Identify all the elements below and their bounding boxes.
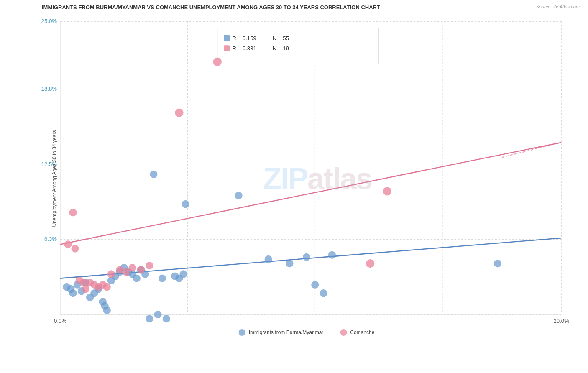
chart-container: IMMIGRANTS FROM BURMA/MYANMAR VS COMANCH… <box>0 0 588 373</box>
svg-text:25.0%: 25.0% <box>41 18 57 24</box>
svg-text:N = 55: N = 55 <box>273 35 289 41</box>
svg-text:R = 0.159: R = 0.159 <box>232 35 256 41</box>
svg-point-67 <box>71 245 79 252</box>
svg-point-49 <box>154 311 161 318</box>
svg-point-64 <box>494 260 501 267</box>
scatter-plot: 25.0% 18.8% 12.5% 6.3% 0.0% 20.0% R = 0.… <box>33 13 580 344</box>
svg-point-29 <box>69 289 77 297</box>
y-axis-label: Unemployment Among Ages 30 to 34 years <box>51 130 57 227</box>
svg-point-81 <box>146 262 153 269</box>
svg-point-60 <box>303 253 310 261</box>
svg-point-45 <box>133 274 141 282</box>
svg-point-80 <box>137 266 145 273</box>
legend-item-pink: Comanche <box>340 329 374 336</box>
svg-point-85 <box>366 259 374 268</box>
svg-point-51 <box>163 315 170 322</box>
svg-text:20.0%: 20.0% <box>554 318 570 324</box>
svg-rect-21 <box>224 45 230 51</box>
svg-text:18.8%: 18.8% <box>41 86 57 92</box>
legend-dot-blue <box>239 329 245 336</box>
legend-dot-pink <box>340 329 347 336</box>
svg-line-25 <box>60 143 561 245</box>
chart-area: Unemployment Among Ages 30 to 34 years Z… <box>33 13 580 344</box>
svg-text:R = 0.331: R = 0.331 <box>232 45 256 51</box>
svg-point-65 <box>64 240 72 248</box>
svg-point-79 <box>129 264 136 271</box>
svg-point-63 <box>320 289 327 297</box>
svg-point-54 <box>179 270 187 278</box>
svg-text:N = 19: N = 19 <box>273 45 289 51</box>
chart-title: IMMIGRANTS FROM BURMA/MYANMAR VS COMANCH… <box>42 4 580 10</box>
svg-text:0.0%: 0.0% <box>54 318 66 324</box>
legend-label-blue: Immigrants from Burma/Myanmar <box>249 330 324 335</box>
svg-point-76 <box>107 270 115 278</box>
svg-point-57 <box>235 192 242 199</box>
svg-point-78 <box>122 268 130 276</box>
svg-line-26 <box>502 143 561 158</box>
legend-label-pink: Comanche <box>350 330 374 335</box>
svg-point-58 <box>264 255 272 263</box>
svg-point-50 <box>159 274 166 282</box>
svg-point-62 <box>311 281 319 289</box>
svg-point-59 <box>286 260 293 267</box>
chart-legend: Immigrants from Burma/Myanmar Comanche <box>239 329 375 336</box>
legend-item-blue: Immigrants from Burma/Myanmar <box>239 329 324 336</box>
svg-point-66 <box>69 209 77 216</box>
svg-point-70 <box>82 285 89 293</box>
source-text: Source: ZipAtlas.com <box>536 4 580 9</box>
svg-point-48 <box>146 315 153 322</box>
svg-point-82 <box>213 58 222 66</box>
svg-point-83 <box>175 108 183 117</box>
svg-point-56 <box>182 200 189 208</box>
svg-point-61 <box>328 251 336 259</box>
svg-point-38 <box>103 307 111 314</box>
svg-point-55 <box>150 171 157 178</box>
svg-text:6.3%: 6.3% <box>44 236 57 242</box>
svg-point-84 <box>383 187 391 195</box>
svg-point-75 <box>103 283 111 291</box>
svg-rect-18 <box>224 35 230 41</box>
